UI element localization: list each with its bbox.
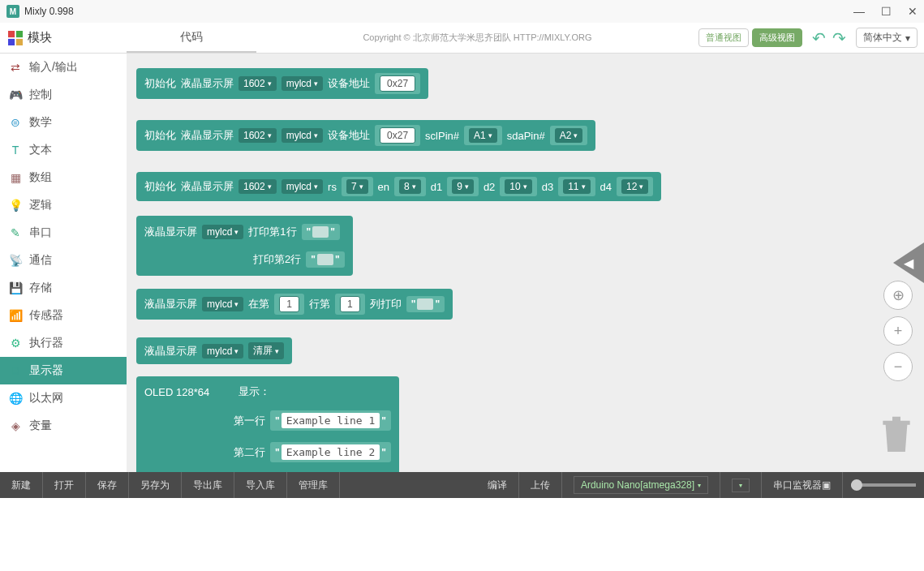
zoom-in-button[interactable]: +: [883, 316, 913, 346]
chip-icon: ▣: [822, 479, 831, 491]
category-label: 数组: [29, 170, 52, 185]
window-title: Mixly 0.998: [24, 6, 74, 17]
category-label: 变量: [29, 419, 52, 433]
svg-rect-3: [16, 38, 23, 45]
category-控制[interactable]: 🎮控制: [0, 81, 127, 109]
compile-button[interactable]: 编译: [476, 472, 519, 498]
category-icon: 📡: [8, 253, 23, 268]
svg-rect-0: [8, 31, 15, 37]
normal-view-button[interactable]: 普通视图: [698, 28, 749, 47]
close-button[interactable]: ✕: [908, 5, 918, 18]
category-文本[interactable]: T文本: [0, 136, 127, 164]
category-sidebar: ⇄输入/输出🎮控制⊜数学T文本▦数组💡逻辑✎串口📡通信💾存储📶传感器⚙执行器🖥显…: [0, 54, 127, 472]
undo-button[interactable]: ↶: [812, 28, 826, 48]
category-label: 数学: [29, 115, 52, 130]
zoom-slider[interactable]: [851, 483, 916, 487]
category-icon: T: [8, 143, 23, 157]
category-icon: 🎮: [8, 88, 23, 102]
workspace[interactable]: 初始化液晶显示屏 1602 mylcd 设备地址 0x27 初始化液晶显示屏 1…: [127, 54, 924, 472]
block-lcd-init-parallel[interactable]: 初始化液晶显示屏 1602 mylcd rs7 en8 d19 d210 d31…: [136, 172, 661, 201]
category-icon: ▦: [8, 170, 23, 185]
modules-label: 模块: [0, 30, 127, 45]
block-lcd-init-i2c-pins[interactable]: 初始化液晶显示屏 1602 mylcd 设备地址 0x27 sclPin# A1…: [136, 120, 595, 151]
category-以太网[interactable]: 🌐以太网: [0, 384, 127, 412]
app-icon: M: [6, 5, 19, 18]
target-icon[interactable]: ⊕: [883, 281, 913, 310]
category-存储[interactable]: 💾存储: [0, 274, 127, 302]
copyright-text: Copyright © 北京师范大学米思齐团队 HTTP://MIXLY.ORG: [256, 32, 698, 44]
addr-value[interactable]: 0x27: [380, 75, 415, 92]
block-lcd-print-at[interactable]: 液晶显示屏 mylcd 在第 1 行第 1 列打印 "": [136, 289, 453, 320]
block-lcd-init-i2c[interactable]: 初始化液晶显示屏 1602 mylcd 设备地址 0x27: [136, 68, 428, 99]
save-button[interactable]: 保存: [86, 472, 129, 498]
category-icon: 💾: [8, 281, 23, 295]
block-oled-display[interactable]: OLED 128*64显示： 第一行 "Example line 1" 第二行 …: [136, 376, 399, 472]
advanced-view-button[interactable]: 高级视图: [752, 28, 802, 47]
category-label: 控制: [29, 88, 52, 102]
redo-button[interactable]: ↷: [832, 28, 846, 48]
svg-rect-1: [16, 31, 23, 37]
category-显示器[interactable]: 🖥显示器: [0, 357, 127, 384]
category-传感器[interactable]: 📶传感器: [0, 302, 127, 329]
block-lcd-clear[interactable]: 液晶显示屏 mylcd 清屏: [136, 337, 292, 364]
category-通信[interactable]: 📡通信: [0, 247, 127, 274]
board-select[interactable]: Arduino Nano[atmega328]: [562, 472, 720, 498]
port-select[interactable]: [720, 472, 762, 498]
category-icon: 💡: [8, 198, 23, 213]
category-icon: ⊜: [8, 115, 23, 130]
category-label: 显示器: [29, 363, 63, 378]
import-button[interactable]: 导入库: [234, 472, 287, 498]
lcd-name-dropdown[interactable]: mylcd: [281, 76, 323, 91]
category-label: 逻辑: [29, 198, 52, 213]
block-lcd-print-lines[interactable]: 液晶显示屏 mylcd 打印第1行 "" 打印第2行 "": [136, 216, 353, 276]
open-button[interactable]: 打开: [43, 472, 86, 498]
category-icon: ◈: [8, 419, 23, 433]
zoom-out-button[interactable]: −: [883, 352, 913, 381]
category-label: 文本: [29, 143, 52, 157]
export-button[interactable]: 导出库: [182, 472, 234, 498]
category-数学[interactable]: ⊜数学: [0, 109, 127, 136]
category-label: 通信: [29, 253, 52, 268]
window-controls: — ☐ ✕: [853, 5, 918, 18]
category-变量[interactable]: ◈变量: [0, 412, 127, 440]
saveas-button[interactable]: 另存为: [129, 472, 182, 498]
manage-button[interactable]: 管理库: [287, 472, 340, 498]
lcd-type-dropdown[interactable]: 1602: [239, 76, 277, 91]
category-数组[interactable]: ▦数组: [0, 164, 127, 191]
category-label: 存储: [29, 281, 52, 295]
upload-button[interactable]: 上传: [519, 472, 562, 498]
toolbar: 模块 代码 Copyright © 北京师范大学米思齐团队 HTTP://MIX…: [0, 23, 924, 54]
category-输入/输出[interactable]: ⇄输入/输出: [0, 54, 127, 81]
category-icon: ⇄: [8, 60, 23, 75]
category-icon: 📶: [8, 308, 23, 323]
trash-icon[interactable]: [880, 415, 913, 456]
category-串口[interactable]: ✎串口: [0, 219, 127, 247]
collapse-panel-button[interactable]: ◀: [893, 243, 924, 283]
category-label: 串口: [29, 225, 52, 240]
category-icon: 🌐: [8, 391, 23, 406]
tab-code[interactable]: 代码: [127, 23, 256, 53]
svg-rect-2: [8, 38, 15, 45]
category-label: 输入/输出: [29, 60, 78, 75]
category-label: 传感器: [29, 308, 63, 323]
category-icon: ✎: [8, 225, 23, 240]
serial-monitor-button[interactable]: 串口监视器 ▣: [762, 472, 843, 498]
bottom-bar: 新建 打开 保存 另存为 导出库 导入库 管理库 编译 上传 Arduino N…: [0, 472, 924, 498]
category-label: 以太网: [29, 391, 63, 406]
category-icon: ⚙: [8, 336, 23, 350]
category-label: 执行器: [29, 336, 63, 350]
category-icon: 🖥: [8, 363, 23, 378]
new-button[interactable]: 新建: [0, 472, 43, 498]
titlebar: M Mixly 0.998 — ☐ ✕: [0, 0, 924, 23]
category-逻辑[interactable]: 💡逻辑: [0, 191, 127, 219]
puzzle-icon: [8, 31, 23, 45]
language-select[interactable]: 简体中文▾: [856, 28, 918, 48]
category-执行器[interactable]: ⚙执行器: [0, 329, 127, 357]
minimize-button[interactable]: —: [853, 5, 865, 18]
maximize-button[interactable]: ☐: [881, 5, 892, 18]
